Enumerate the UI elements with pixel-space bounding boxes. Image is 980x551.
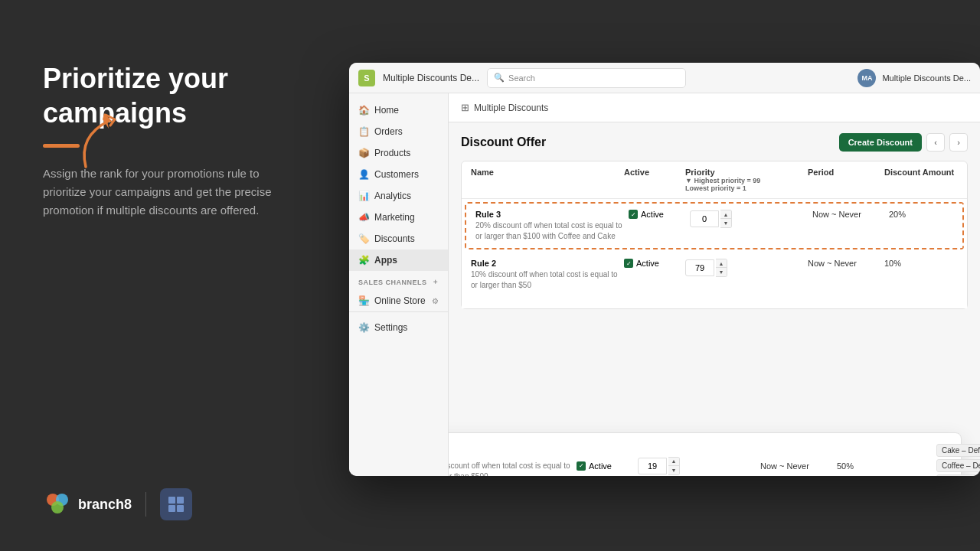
rule1-name: Rule 1 [449, 450, 577, 459]
rule2-checkbox[interactable]: ✓ [624, 259, 633, 268]
rule1-product-2: Tea – Default Title [936, 474, 980, 476]
orders-icon: 📋 [358, 126, 369, 137]
sales-channels-label: SALES CHANNELS ＋ [349, 271, 448, 290]
rule1-name-cell: Rule 1 50% discount off when total cost … [449, 450, 577, 477]
rule3-priority-input[interactable] [690, 210, 719, 227]
rule2-active-label: Active [636, 259, 659, 268]
rule2-priority-down[interactable]: ▼ [716, 268, 727, 276]
search-icon: 🔍 [494, 73, 505, 83]
page-header: Discount Offer Create Discount ‹ › [461, 133, 968, 152]
discounts-icon: 🏷️ [358, 233, 369, 244]
sidebar-item-discounts[interactable]: 🏷️ Discounts [349, 228, 448, 249]
app-icon [160, 488, 192, 520]
sidebar-label-products: Products [374, 148, 410, 158]
description: Assign the rank for your promotions rule… [43, 165, 302, 220]
rule1-row: Rule 1 50% discount off when total cost … [449, 444, 949, 476]
rule1-period: Now ~ Never [760, 461, 837, 471]
main-area: 🏠 Home 📋 Orders 📦 Products 👤 Customers 📊… [349, 93, 980, 476]
sidebar-label-settings: Settings [374, 322, 407, 333]
store-name-right: Multiple Discounts De... [882, 73, 971, 83]
sidebar-item-analytics[interactable]: 📊 Analytics [349, 185, 448, 207]
rule3-name: Rule 3 [475, 210, 629, 219]
rule2-priority-up[interactable]: ▲ [716, 259, 727, 268]
svg-rect-6 [177, 505, 184, 512]
rule3-checkbox[interactable]: ✓ [629, 210, 638, 219]
rule2-period: Now ~ Never [808, 259, 884, 268]
topbar-right: MA Multiple Discounts De... [858, 69, 971, 87]
rule3-priority-up[interactable]: ▲ [720, 210, 731, 219]
breadcrumb-icon: ⊞ [461, 102, 469, 113]
svg-rect-5 [168, 505, 175, 512]
svg-rect-3 [168, 497, 175, 504]
rule1-active-cell: ✓ Active [577, 461, 638, 471]
sidebar-item-online-store[interactable]: 🏪 Online Store ⚙ [349, 290, 448, 311]
branch8-name: branch8 [78, 497, 132, 513]
page-title: Discount Offer [461, 135, 546, 149]
store-name: Multiple Discounts De... [383, 73, 479, 83]
sidebar-label-discounts: Discounts [374, 233, 415, 244]
rule1-desc: 50% discount off when total cost is equa… [449, 461, 577, 477]
sidebar-item-products[interactable]: 📦 Products [349, 142, 448, 164]
search-placeholder: Search [508, 73, 535, 83]
sidebar-item-marketing[interactable]: 📣 Marketing [349, 207, 448, 228]
rule3-priority-down[interactable]: ▼ [720, 219, 731, 227]
search-bar[interactable]: 🔍 Search [487, 68, 686, 88]
rule1-checkbox[interactable]: ✓ [577, 461, 586, 471]
rule1-card: Rule 1 50% discount off when total cost … [449, 432, 962, 476]
sidebar-label-online-store: Online Store [374, 295, 426, 306]
rule1-products: Cake – Default Title Coffee – Default Ti… [936, 444, 980, 476]
sidebar-item-apps[interactable]: 🧩 Apps [349, 249, 448, 271]
rule1-discount: 50% [837, 461, 936, 471]
apps-icon: 🧩 [358, 255, 369, 266]
rule2-name-cell: Rule 2 10% discount off when total cost … [471, 259, 624, 291]
rule1-priority-up[interactable]: ▲ [668, 458, 679, 466]
sidebar-item-orders[interactable]: 📋 Orders [349, 121, 448, 142]
customers-icon: 👤 [358, 169, 369, 180]
header-actions: Create Discount ‹ › [839, 133, 968, 152]
th-discount: Discount Amount [884, 168, 980, 192]
rule3-priority-arrows: ▲ ▼ [720, 210, 732, 228]
rule2-discount: 10% [884, 259, 980, 268]
products-icon: 📦 [358, 148, 369, 158]
rule2-priority-input[interactable] [685, 259, 714, 276]
sidebar: 🏠 Home 📋 Orders 📦 Products 👤 Customers 📊… [349, 93, 449, 476]
rule1-active-label: Active [589, 461, 612, 471]
rule2-priority-arrows: ▲ ▼ [716, 259, 727, 277]
orange-bar [43, 144, 80, 148]
rule1-priority-down[interactable]: ▼ [668, 466, 679, 474]
settings-icon: ⚙️ [358, 322, 369, 333]
nav-next-button[interactable]: › [949, 133, 968, 152]
sidebar-item-home[interactable]: 🏠 Home [349, 99, 448, 121]
marketing-icon: 📣 [358, 212, 369, 223]
rule1-product-1: Coffee – Default Title [936, 459, 980, 472]
sidebar-label-orders: Orders [374, 126, 403, 137]
sidebar-item-settings[interactable]: ⚙️ Settings [349, 317, 448, 338]
table-row-rule2: Rule 2 10% discount off when total cost … [462, 253, 967, 308]
app-window: S Multiple Discounts De... 🔍 Search MA M… [349, 63, 980, 476]
store-icon: 🏪 [358, 295, 369, 306]
sidebar-item-customers[interactable]: 👤 Customers [349, 164, 448, 185]
rule1-product-0: Cake – Default Title [936, 444, 980, 457]
rule3-active-cell: ✓ Active [629, 210, 690, 219]
table-header: Name Active Priority ▼ Highest priority … [462, 161, 967, 199]
add-channel-icon[interactable]: ＋ [432, 277, 439, 287]
breadcrumb-label: Multiple Discounts [474, 103, 548, 113]
th-priority: Priority ▼ Highest priority = 99 Lowest … [685, 168, 808, 192]
th-period: Period [808, 168, 884, 192]
page-content: Discount Offer Create Discount ‹ › Name … [449, 122, 980, 476]
table-container: Name Active Priority ▼ Highest priority … [461, 161, 968, 309]
rule1-priority-input[interactable] [638, 458, 667, 474]
shopify-icon: S [358, 70, 375, 86]
svg-point-2 [51, 501, 64, 514]
priority-high: ▼ Highest priority = 99 [685, 177, 808, 184]
create-discount-button[interactable]: Create Discount [839, 133, 922, 152]
nav-prev-button[interactable]: ‹ [926, 133, 945, 152]
branch8-icon [43, 490, 72, 519]
breadcrumb-bar: ⊞ Multiple Discounts [449, 93, 980, 122]
rule3-discount: 20% [889, 210, 980, 219]
left-panel: Prioritize your campaigns Assign the ran… [0, 0, 345, 551]
bottom-logos: branch8 [43, 488, 302, 520]
svg-rect-4 [177, 497, 184, 504]
sidebar-bottom: ⚙️ Settings [349, 311, 448, 343]
rule2-desc: 10% discount off when total cost is equa… [471, 269, 624, 291]
